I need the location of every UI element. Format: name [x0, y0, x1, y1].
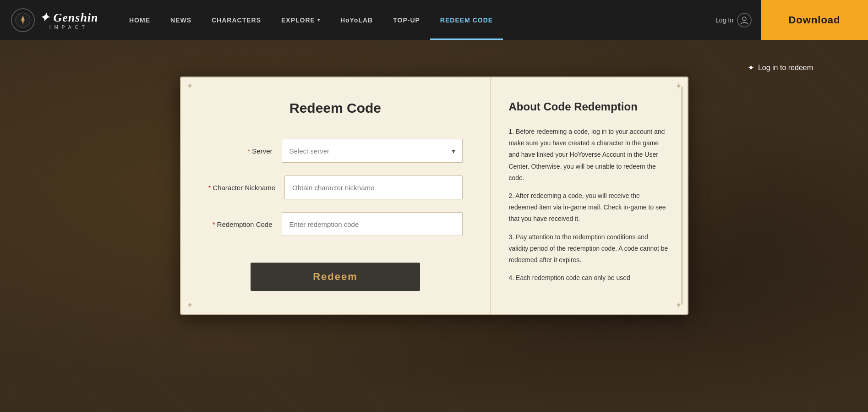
nav-explore[interactable]: EXPLORE ▾: [271, 0, 330, 40]
login-redeem-text: Log in to redeem: [758, 64, 813, 72]
svg-point-2: [742, 17, 746, 21]
info-text: 1. Before redeeming a code, log in to yo…: [509, 126, 669, 284]
page-background: ✦ Log in to redeem ✦ ✦ Redeem Code *Serv…: [0, 40, 868, 412]
star-icon: ✦: [748, 63, 754, 73]
login-button[interactable]: Log In: [715, 13, 752, 27]
code-required-star: *: [213, 220, 215, 228]
logo-area: ✦ Genshin IMPACT: [0, 0, 119, 40]
download-button[interactable]: Download: [761, 0, 868, 40]
user-icon: [737, 13, 752, 27]
code-input[interactable]: [282, 212, 463, 236]
info-2: 2. After redeeming a code, you will rece…: [509, 190, 669, 225]
nav-news[interactable]: NEWS: [160, 0, 202, 40]
corner-bl-icon: ✦: [186, 300, 193, 310]
code-label: *Redemption Code: [208, 220, 273, 228]
nav-hoyolab[interactable]: HoYoLAB: [330, 0, 383, 40]
redeem-button[interactable]: Redeem: [251, 263, 420, 291]
nav-links: HOME NEWS CHARACTERS EXPLORE ▾ HoYoLAB T…: [119, 0, 706, 40]
server-required-star: *: [247, 147, 250, 155]
redeem-card: ✦ ✦ Redeem Code *Server Select server Am…: [180, 77, 688, 315]
nav-topup[interactable]: TOP-UP: [383, 0, 430, 40]
logo-genshin: ✦ Genshin: [39, 11, 98, 25]
login-label: Log In: [715, 16, 733, 24]
info-1: 1. Before redeeming a code, log in to yo…: [509, 126, 669, 184]
nav-right: Log In: [706, 0, 761, 40]
logo-impact: IMPACT: [49, 25, 88, 30]
about-title: About Code Redemption: [509, 100, 669, 113]
redeem-code-title: Redeem Code: [289, 100, 381, 116]
code-field-group: *Redemption Code: [208, 212, 463, 236]
redeem-form-panel: Redeem Code *Server Select server Americ…: [181, 77, 491, 314]
server-select[interactable]: Select server America Europe Asia TW/HK/…: [282, 139, 463, 163]
svg-point-1: [22, 19, 24, 22]
nav-redeem-code[interactable]: REDEEM CODE: [430, 0, 503, 40]
info-4: 4. Each redemption code can only be used: [509, 272, 669, 284]
explore-chevron-icon: ▾: [317, 17, 320, 22]
navbar: ✦ Genshin IMPACT HOME NEWS CHARACTERS EX…: [0, 0, 868, 40]
logo-text: ✦ Genshin IMPACT: [39, 11, 98, 30]
info-3: 3. Pay attention to the redemption condi…: [509, 231, 669, 266]
server-field-group: *Server Select server America Europe Asi…: [208, 139, 463, 163]
nickname-label: *Character Nickname: [208, 184, 276, 192]
nickname-field-group: *Character Nickname: [208, 176, 463, 199]
login-redeem-banner[interactable]: ✦ Log in to redeem: [748, 63, 813, 73]
nickname-input[interactable]: [284, 176, 462, 199]
server-label: *Server: [208, 147, 273, 155]
nickname-required-star: *: [208, 184, 211, 192]
server-select-wrapper: Select server America Europe Asia TW/HK/…: [282, 139, 463, 163]
nav-characters[interactable]: CHARACTERS: [202, 0, 271, 40]
about-redemption-panel: About Code Redemption 1. Before redeemin…: [491, 77, 688, 314]
nav-home[interactable]: HOME: [119, 0, 160, 40]
logo-icon: [11, 8, 35, 32]
